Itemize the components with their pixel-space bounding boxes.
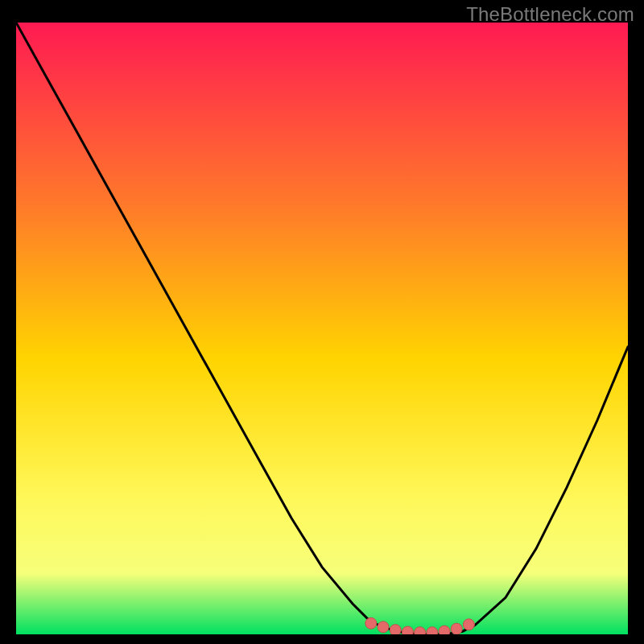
marker-dot xyxy=(390,625,401,634)
marker-dot xyxy=(402,626,413,634)
chart-frame xyxy=(16,23,628,634)
marker-dot xyxy=(451,623,462,634)
marker-dot xyxy=(365,617,377,629)
marker-dot xyxy=(463,619,474,630)
marker-dot xyxy=(439,625,450,634)
marker-dot xyxy=(378,621,389,633)
bottleneck-chart xyxy=(16,23,628,634)
marker-dot xyxy=(415,627,426,634)
gradient-background xyxy=(16,23,628,634)
marker-dot xyxy=(427,627,438,634)
